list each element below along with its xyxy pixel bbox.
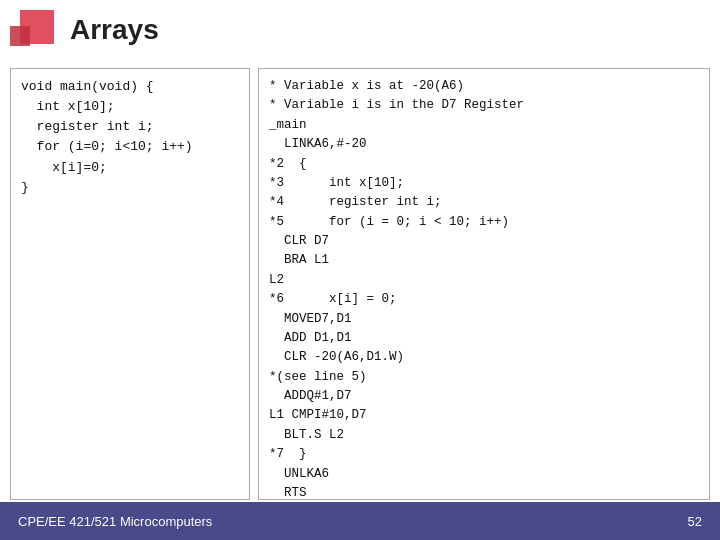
decorative-squares [10, 10, 60, 60]
footer-page-number: 52 [688, 514, 702, 529]
page-title: Arrays [70, 14, 159, 46]
footer-bar: CPE/EE 421/521 Microcomputers 52 [0, 502, 720, 540]
footer-label: CPE/EE 421/521 Microcomputers [18, 514, 212, 529]
assembly-code-panel: * Variable x is at -20(A6) * Variable i … [258, 68, 710, 500]
deco-square-2 [10, 26, 30, 46]
c-code-panel: void main(void) { int x[10]; register in… [10, 68, 250, 500]
content-area: void main(void) { int x[10]; register in… [10, 68, 710, 500]
assembly-code-text: * Variable x is at -20(A6) * Variable i … [269, 77, 699, 523]
c-code-text: void main(void) { int x[10]; register in… [21, 77, 239, 198]
